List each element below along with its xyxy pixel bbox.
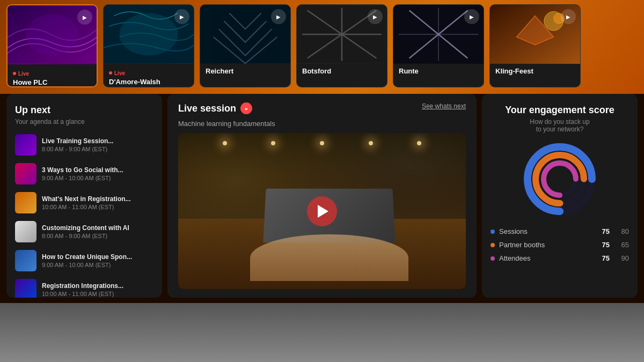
booth-name-3: Reichert: [206, 67, 285, 75]
booth-card-4-bottom: Botsford: [297, 64, 387, 78]
booth-cards-row: ▶ true Live Howe PLC: [0, 0, 644, 94]
agenda-time-1: 8:00 AM - 9:00 AM (EST): [42, 146, 113, 152]
score-value-attendees: 75: [595, 254, 610, 262]
agenda-item-4[interactable]: Customizing Content with AI 8:00 AM - 9:…: [15, 221, 153, 242]
score-label-partner-booths: Partner booths: [499, 241, 590, 249]
agenda-time-6: 10:00 AM - 11:00 AM (EST): [42, 291, 123, 297]
agenda-item-2[interactable]: 3 Ways to Go Social with... 9:00 AM - 10…: [15, 163, 153, 184]
agenda-item-6[interactable]: Registration Integrations... 10:00 AM - …: [15, 279, 153, 298]
see-whats-next-link[interactable]: See whats next: [422, 102, 466, 110]
agenda-info-4: Customizing Content with AI 8:00 AM - 9:…: [42, 224, 129, 239]
engagement-panel: Your engagement score How do you stack u…: [482, 94, 638, 298]
engagement-subtitle: How do you stack up to your network?: [491, 118, 629, 133]
svg-text:▶: ▶: [245, 107, 248, 110]
booth-card-runte[interactable]: ▶ Runte: [393, 4, 484, 87]
booth-name-4: Botsford: [302, 67, 382, 75]
booth-card-reichert[interactable]: ▶ Reichert: [200, 4, 291, 87]
agenda-title-3: What's Next in Registration...: [42, 195, 131, 203]
agenda-title-2: 3 Ways to Go Social with...: [42, 166, 123, 174]
agenda-title-1: Live Training Session...: [42, 137, 113, 145]
booth-card-2-bottom: Live D'Amore-Walsh: [104, 64, 194, 87]
score-row-sessions: Sessions 75 80: [491, 227, 629, 235]
agenda-thumb-4: [15, 221, 36, 242]
svg-point-3: [120, 13, 178, 55]
agenda-item-5[interactable]: How to Create Unique Spon... 9:00 AM - 1…: [15, 250, 153, 271]
live-badge-2: Live: [109, 70, 125, 76]
agenda-info-2: 3 Ways to Go Social with... 9:00 AM - 10…: [42, 166, 123, 181]
live-session-title-text: Live session: [178, 103, 236, 114]
agenda-item-1[interactable]: Live Training Session... 8:00 AM - 9:00 …: [15, 134, 153, 156]
agenda-title-4: Customizing Content with AI: [42, 224, 129, 232]
agenda-thumb-3: [15, 192, 36, 213]
engagement-title: Your engagement score: [491, 105, 629, 116]
booth-card-play-btn-4[interactable]: ▶: [368, 9, 383, 24]
booth-card-play-btn-2[interactable]: ▶: [174, 9, 189, 24]
booth-card-howe-plc[interactable]: ▶ true Live Howe PLC: [6, 4, 98, 87]
below-fold-area: [0, 303, 644, 362]
agenda-time-4: 8:00 AM - 9:00 AM (EST): [42, 233, 129, 239]
booth-card-3-bottom: Reichert: [200, 64, 290, 78]
up-next-subtitle: Your agenda at a glance: [15, 118, 153, 125]
booth-name-2: D'Amore-Walsh: [109, 78, 188, 86]
score-compare-attendees: 90: [614, 254, 629, 262]
agenda-title-5: How to Create Unique Spon...: [42, 253, 132, 261]
booth-card-kling-feest[interactable]: ▶ Kling-Feest: [489, 4, 581, 87]
live-session-title: Live session ▶: [178, 102, 252, 114]
live-session-panel: Live session ▶ See whats next Machine le…: [167, 94, 477, 298]
agenda-thumb-2: [15, 163, 36, 184]
engagement-subtitle-line1: How do you stack up: [530, 118, 589, 125]
live-panel-header: Live session ▶ See whats next: [167, 94, 477, 120]
score-dot-partner-booths: [491, 243, 495, 247]
play-triangle-icon: [318, 205, 328, 218]
donut-chart: [522, 142, 597, 217]
booth-name: Howe PLC: [13, 78, 91, 86]
agenda-title-6: Registration Integrations...: [42, 282, 123, 290]
agenda-time-3: 10:00 AM - 11:00 AM (EST): [42, 204, 131, 210]
booth-name-6: Kling-Feest: [495, 67, 575, 75]
booth-card-damore-walsh[interactable]: ▶ Live D'Amore-Walsh: [103, 4, 194, 87]
agenda-thumb-5: [15, 250, 36, 271]
score-rows: Sessions 75 80 Partner booths 75 65 Atte…: [491, 227, 629, 262]
booth-card-5-bottom: Runte: [393, 64, 484, 78]
score-dot-attendees: [491, 256, 495, 261]
live-badge: true Live: [13, 71, 29, 77]
booth-card-6-bottom: Kling-Feest: [490, 64, 580, 78]
up-next-panel: Up next Your agenda at a glance Live Tra…: [6, 94, 162, 298]
agenda-info-6: Registration Integrations... 10:00 AM - …: [42, 282, 123, 297]
engagement-subtitle-line2: to your network?: [536, 125, 584, 133]
live-session-icon: ▶: [240, 102, 252, 114]
live-session-svg-icon: ▶: [243, 105, 250, 112]
booth-card-play-btn[interactable]: ▶: [77, 10, 92, 25]
svg-point-1: [26, 14, 78, 56]
agenda-info-5: How to Create Unique Spon... 9:00 AM - 1…: [42, 253, 132, 268]
booth-card-play-btn-6[interactable]: ▶: [561, 9, 576, 24]
bottom-panels: Up next Your agenda at a glance Live Tra…: [0, 94, 644, 298]
agenda-time-5: 9:00 AM - 10:00 AM (EST): [42, 262, 132, 268]
agenda-thumb-1: [15, 134, 36, 156]
score-dot-sessions: [491, 230, 495, 234]
play-button[interactable]: [307, 196, 337, 226]
agenda-time-2: 9:00 AM - 10:00 AM (EST): [42, 175, 123, 181]
live-session-subtitle: Machine learning fundamentals: [167, 120, 477, 128]
live-dot-2: [109, 71, 112, 75]
booth-name-5: Runte: [399, 67, 478, 75]
agenda-item-3[interactable]: What's Next in Registration... 10:00 AM …: [15, 192, 153, 213]
agenda-info-3: What's Next in Registration... 10:00 AM …: [42, 195, 131, 210]
donut-chart-container: [491, 142, 629, 217]
booth-card-play-btn-5[interactable]: ▶: [464, 9, 479, 24]
agenda-thumb-6: [15, 279, 36, 298]
score-label-attendees: Attendees: [499, 254, 590, 262]
agenda-info-1: Live Training Session... 8:00 AM - 9:00 …: [42, 137, 113, 152]
booth-card-botsford[interactable]: ▶ Botsford: [296, 4, 387, 87]
score-row-attendees: Attendees 75 90: [491, 254, 629, 262]
booth-card-play-btn-3[interactable]: ▶: [271, 9, 286, 24]
play-overlay[interactable]: [178, 133, 466, 289]
score-compare-sessions: 80: [614, 227, 629, 235]
live-session-heading: Live session ▶: [178, 102, 252, 114]
score-value-sessions: 75: [595, 227, 610, 235]
video-container[interactable]: [178, 133, 466, 289]
up-next-title: Up next: [15, 105, 153, 116]
score-compare-partner-booths: 65: [614, 241, 629, 249]
live-dot: [13, 72, 16, 75]
booth-card-bottom: true Live Howe PLC: [8, 64, 97, 87]
